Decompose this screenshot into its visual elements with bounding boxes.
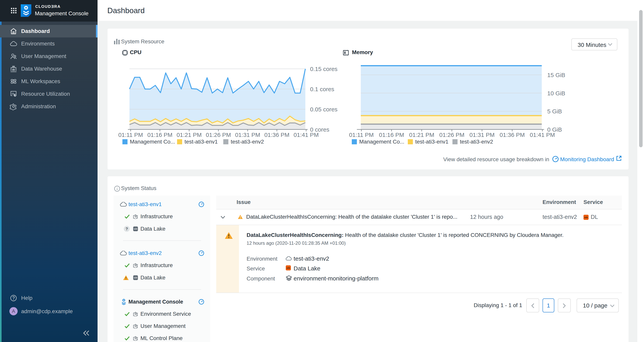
svg-text:01:36 PM: 01:36 PM [264, 132, 289, 138]
svg-text:01:31 PM: 01:31 PM [470, 132, 494, 138]
svg-text:01:16 PM: 01:16 PM [379, 132, 404, 138]
svg-text:15 GiB: 15 GiB [547, 72, 565, 78]
svg-text:10 GiB: 10 GiB [547, 90, 565, 96]
svg-text:0 cores: 0 cores [310, 126, 329, 133]
svg-text:0.05 cores: 0.05 cores [310, 106, 338, 113]
svg-text:01:31 PM: 01:31 PM [235, 132, 260, 138]
svg-text:0.15 cores: 0.15 cores [310, 66, 338, 72]
svg-text:01:26 PM: 01:26 PM [206, 132, 231, 138]
svg-text:01:26 PM: 01:26 PM [439, 132, 464, 138]
svg-text:0.1 cores: 0.1 cores [310, 86, 334, 92]
svg-text:01:11 PM: 01:11 PM [118, 132, 143, 138]
svg-text:5 GiB: 5 GiB [547, 108, 562, 114]
svg-text:01:21 PM: 01:21 PM [409, 132, 434, 138]
svg-text:01:11 PM: 01:11 PM [349, 132, 374, 138]
svg-text:0 GiB: 0 GiB [547, 126, 562, 133]
svg-text:01:36 PM: 01:36 PM [500, 132, 525, 138]
svg-text:01:16 PM: 01:16 PM [147, 132, 172, 138]
svg-text:01:21 PM: 01:21 PM [176, 132, 202, 138]
